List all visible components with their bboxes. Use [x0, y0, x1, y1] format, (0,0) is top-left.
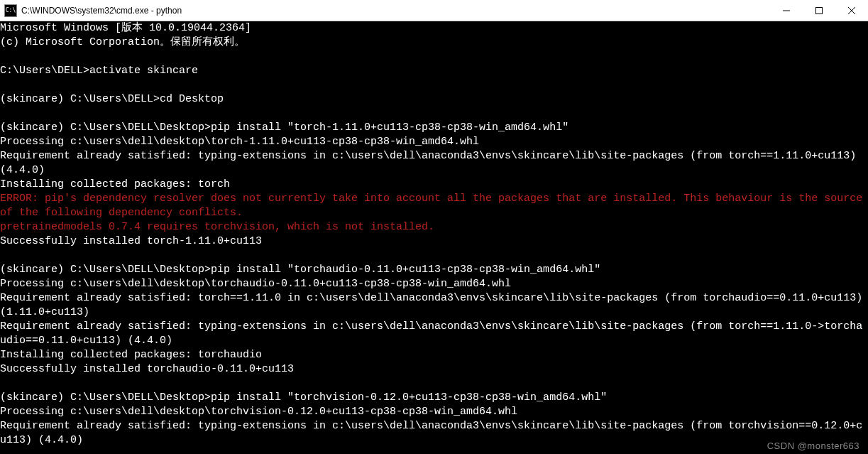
terminal-line: Requirement already satisfied: typing-ex…	[0, 419, 868, 448]
terminal-line: C:\Users\DELL>activate skincare	[0, 64, 868, 78]
terminal-line: Installing collected packages: torch	[0, 178, 868, 192]
terminal-line: (skincare) C:\Users\DELL\Desktop>pip ins…	[0, 391, 868, 405]
terminal-line	[0, 377, 868, 391]
terminal-line	[0, 50, 868, 64]
terminal-line	[0, 78, 868, 92]
window-controls	[770, 0, 868, 21]
cmd-icon: C:\	[4, 4, 17, 17]
terminal-output[interactable]: Microsoft Windows [版本 10.0.19044.2364](c…	[0, 21, 868, 454]
terminal-line: ERROR: pip's dependency resolver does no…	[0, 192, 868, 220]
terminal-line: Successfully installed torch-1.11.0+cu11…	[0, 234, 868, 249]
terminal-line: Requirement already satisfied: typing-ex…	[0, 149, 868, 178]
terminal-line: Processing c:\users\dell\desktop\torchvi…	[0, 405, 868, 419]
terminal-line: (skincare) C:\Users\DELL\Desktop>pip ins…	[0, 121, 868, 135]
minimize-button[interactable]	[770, 0, 803, 21]
terminal-line: Successfully installed torchaudio-0.11.0…	[0, 362, 868, 377]
svg-rect-1	[816, 7, 823, 13]
window-titlebar: C:\ C:\WINDOWS\system32\cmd.exe - python	[0, 0, 868, 21]
maximize-button[interactable]	[803, 0, 835, 21]
terminal-line: (c) Microsoft Corporation。保留所有权利。	[0, 36, 868, 50]
terminal-line: Requirement already satisfied: torch==1.…	[0, 291, 868, 320]
terminal-line: Installing collected packages: torchaudi…	[0, 348, 868, 362]
close-button[interactable]	[835, 0, 868, 21]
watermark-text: CSDN @monster663	[767, 441, 859, 451]
terminal-line: Microsoft Windows [版本 10.0.19044.2364]	[0, 21, 868, 36]
window-title: C:\WINDOWS\system32\cmd.exe - python	[21, 6, 770, 16]
terminal-line: Requirement already satisfied: typing-ex…	[0, 320, 868, 348]
terminal-line: Processing c:\users\dell\desktop\torchau…	[0, 277, 868, 291]
terminal-line: (skincare) C:\Users\DELL>cd Desktop	[0, 92, 868, 107]
terminal-line: Processing c:\users\dell\desktop\torch-1…	[0, 135, 868, 149]
terminal-line: (skincare) C:\Users\DELL\Desktop>pip ins…	[0, 263, 868, 277]
terminal-line: pretrainedmodels 0.7.4 requires torchvis…	[0, 220, 868, 234]
terminal-line	[0, 249, 868, 263]
terminal-line	[0, 107, 868, 121]
